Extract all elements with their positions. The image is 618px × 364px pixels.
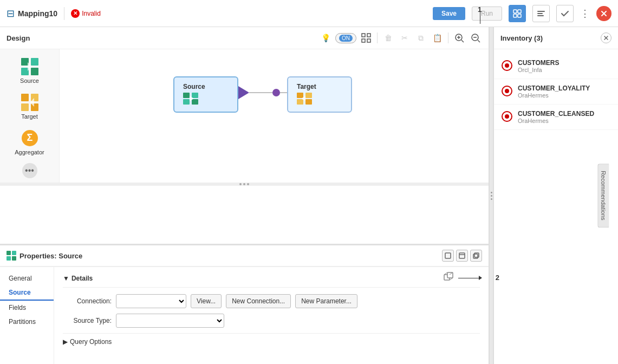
resize-handle-dot [491, 192, 492, 193]
grid-icon-button[interactable] [360, 31, 373, 44]
target-component[interactable]: Target [5, 89, 54, 123]
source-component[interactable]: Source [5, 54, 54, 87]
view-button[interactable]: View... [191, 294, 222, 308]
section-label: Details [71, 275, 93, 282]
svg-rect-12 [367, 39, 370, 42]
properties-window-buttons [442, 250, 482, 262]
properties-header: Properties: Source [0, 245, 489, 266]
cube-icon [443, 271, 454, 282]
canvas-panel: Design 💡 ON 🗑 [0, 27, 489, 245]
aggregator-component[interactable]: Σ Aggregator [5, 125, 54, 159]
close-button[interactable] [596, 6, 612, 21]
app-title: Mapping10 [18, 9, 57, 18]
svg-rect-23 [31, 68, 38, 75]
canvas-drawing[interactable]: Source Target [60, 49, 489, 183]
svg-rect-10 [367, 34, 370, 37]
panel-resize-handle[interactable] [0, 183, 489, 186]
resize-dots [239, 183, 249, 185]
section-title: ▼ Details [63, 275, 93, 282]
connection-select[interactable] [116, 294, 186, 308]
svg-rect-49 [6, 256, 11, 261]
nav-partitions[interactable]: Partitions [0, 315, 54, 329]
bulb-icon-button[interactable]: 💡 [319, 31, 332, 44]
svg-rect-26 [31, 94, 38, 101]
properties-nav: General Source Fields Partitions [0, 267, 54, 364]
source-icon-svg [20, 57, 40, 76]
header-divider [64, 7, 64, 20]
svg-text:Σ: Σ [27, 132, 32, 143]
vertical-resize-handle[interactable] [489, 27, 493, 364]
inventory-title: Inventory (3) [500, 34, 601, 42]
recommendations-tab[interactable]: Recommendations [598, 164, 609, 227]
svg-rect-34 [183, 99, 190, 105]
grid-icon [361, 33, 371, 43]
details-actions [443, 271, 480, 285]
nav-source[interactable]: Source [0, 285, 54, 301]
properties-panel: Properties: Source [0, 245, 489, 364]
svg-rect-40 [305, 99, 312, 105]
design-area: Design 💡 ON 🗑 [0, 27, 489, 364]
zoom-out-button[interactable] [469, 31, 482, 44]
aggregator-icon-svg: Σ [20, 128, 40, 148]
validate-icon-button[interactable] [556, 5, 574, 22]
mapping-icon-button[interactable] [509, 5, 526, 22]
minimize-icon [459, 252, 465, 259]
inventory-close-button[interactable] [601, 32, 612, 43]
svg-rect-51 [445, 253, 451, 258]
details-3d-icon-button[interactable] [443, 271, 454, 285]
restore-icon [473, 252, 479, 259]
toggle-button[interactable]: ON [335, 33, 356, 43]
cleansed-info: CUSTOMER_CLEANSED OraHermes [518, 110, 594, 124]
nav-fields[interactable]: Fields [0, 301, 54, 315]
inventory-item-loyalty[interactable]: CUSTOMER_LOYALITY OraHermes [494, 79, 618, 105]
minimize-button[interactable] [456, 250, 468, 262]
main-container: Design 💡 ON 🗑 [0, 27, 618, 364]
more-options-button[interactable]: ⋮ [580, 8, 590, 20]
svg-rect-33 [192, 93, 198, 98]
nav-general[interactable]: General [0, 271, 54, 285]
properties-title: Properties: Source [19, 252, 438, 260]
svg-rect-52 [459, 253, 465, 258]
svg-rect-2 [513, 14, 517, 17]
restore-button[interactable] [470, 250, 482, 262]
resize-dot [243, 183, 245, 185]
diagram-icon-button[interactable] [532, 5, 550, 22]
svg-rect-27 [21, 103, 29, 111]
source-node[interactable]: Source [173, 76, 238, 113]
svg-rect-22 [21, 68, 29, 75]
loyalty-icon [502, 86, 512, 96]
save-button[interactable]: Save [433, 7, 465, 20]
section-arrow[interactable]: ▼ [63, 275, 69, 282]
logo-area: ⊟ Mapping10 [6, 8, 57, 20]
zoom-in-button[interactable] [453, 31, 466, 44]
annotation-2: 2 [496, 274, 499, 282]
component-sidebar: Source Target [0, 49, 60, 183]
resize-dot [239, 183, 242, 185]
source-type-label: Source Type: [63, 317, 112, 324]
svg-line-19 [478, 40, 480, 42]
properties-body: General Source Fields Partitions 2 ▼ Det… [0, 267, 489, 364]
customers-sub: Orcl_Infa [518, 67, 559, 73]
source-type-select[interactable] [116, 314, 224, 328]
target-node[interactable]: Target [287, 76, 352, 113]
props-title-area: Properties: Source [6, 251, 438, 261]
svg-rect-21 [31, 58, 38, 66]
more-components-button[interactable]: ••• [22, 163, 37, 178]
query-options-separator [63, 333, 480, 334]
inventory-item-customers[interactable]: CUSTOMERS Orcl_Infa [494, 54, 618, 79]
annotation-2-line [458, 278, 480, 278]
maximize-button[interactable] [442, 250, 454, 262]
connection-field-row: Connection: View... New Connection... Ne… [63, 294, 480, 308]
source-node-icon [183, 93, 229, 106]
query-options-toggle[interactable]: ▶ Query Options [63, 338, 480, 346]
svg-rect-6 [537, 15, 544, 16]
source-node-label: Source [183, 83, 229, 90]
properties-content: 2 ▼ Details [54, 267, 489, 364]
inventory-item-cleansed[interactable]: CUSTOMER_CLEANSED OraHermes [494, 105, 618, 130]
svg-rect-35 [192, 99, 198, 105]
loyalty-sub: OraHermes [518, 92, 590, 99]
toggle-on-label: ON [339, 35, 353, 42]
new-connection-button[interactable]: New Connection... [226, 294, 291, 308]
new-parameter-button[interactable]: New Parameter... [295, 294, 357, 308]
svg-rect-20 [21, 58, 29, 66]
